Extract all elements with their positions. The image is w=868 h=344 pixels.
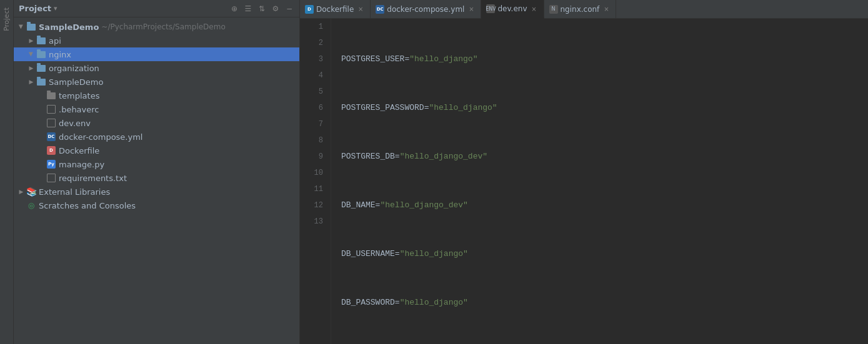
tree-arrow-organization: ▶ — [26, 63, 36, 73]
tab-close-nginxconf[interactable]: × — [602, 5, 611, 14]
tree-label-templates: templates — [59, 91, 99, 101]
tree-item-devenv[interactable]: ▶ dev.env — [14, 116, 299, 130]
tree-item-requirements[interactable]: ▶ requirements.txt — [14, 171, 299, 185]
icon-external-libraries: 📚 — [26, 187, 36, 197]
tree-arrow-external-libraries: ▶ — [16, 187, 26, 197]
folder-icon-organization — [36, 63, 46, 73]
tree-arrow-sampledemo-sub: ▶ — [26, 77, 36, 87]
sidebar: Project ▾ ⊕ ☰ ⇅ ⚙ − ▶ SampleDemo ~/Pycha… — [14, 0, 300, 344]
tab-label-nginxconf: nginx.conf — [561, 5, 600, 14]
tab-label-dockerfile: Dockerfile — [316, 5, 354, 14]
line-num-9: 9 — [300, 149, 323, 165]
line-num-6: 6 — [300, 100, 323, 116]
tab-icon-dockerfile: D — [305, 5, 314, 14]
tree-label-devenv: dev.env — [59, 119, 91, 128]
tree-item-sampledemo-root[interactable]: ▶ SampleDemo ~/PycharmProjects/SampleDem… — [14, 20, 299, 34]
tab-dev-env[interactable]: ENV dev.env × — [481, 0, 544, 19]
line-num-7: 7 — [300, 116, 323, 132]
code-line-5: DB_USERNAME="hello_django" — [341, 246, 858, 262]
tree-label-organization: organization — [49, 64, 99, 73]
file-icon-devenv — [46, 118, 56, 128]
tree-item-managepy[interactable]: ▶ Py manage.py — [14, 157, 299, 171]
sidebar-content: ▶ SampleDemo ~/PycharmProjects/SampleDem… — [14, 17, 299, 344]
tab-docker-compose[interactable]: DC docker-compose.yml × — [371, 0, 481, 18]
tree-label-nginx: nginx — [49, 50, 71, 59]
tree-item-scratches[interactable]: ▶ Scratches and Consoles — [14, 199, 299, 212]
icon-scratches — [26, 200, 36, 210]
minimize-icon[interactable]: − — [284, 4, 294, 14]
tree-arrow-sampledemo-root: ▶ — [16, 22, 26, 32]
file-icon-dockercompose: DC — [46, 132, 56, 142]
tab-close-devenv[interactable]: × — [530, 4, 539, 13]
gear-icon[interactable]: ⚙ — [271, 4, 281, 14]
line-num-11: 11 — [300, 181, 323, 197]
sidebar-title: Project — [19, 4, 51, 13]
file-icon-dockerfile: D — [46, 145, 56, 155]
line-num-2: 2 — [300, 35, 323, 51]
tree-label-api: api — [49, 36, 61, 46]
sidebar-dropdown-arrow[interactable]: ▾ — [54, 4, 57, 12]
tree-label-sampledemo-sub: SampleDemo — [49, 77, 103, 87]
tree-item-sampledemo-sub[interactable]: ▶ SampleDemo — [14, 75, 299, 89]
file-icon-behaverc — [46, 104, 56, 114]
line-num-1: 1 — [300, 19, 323, 35]
code-content[interactable]: POSTGRES_USER="hello_django" POSTGRES_PA… — [331, 19, 868, 344]
tab-icon-devenv: ENV — [486, 4, 495, 13]
folder-icon-sampledemo — [26, 22, 36, 32]
tree-item-nginx[interactable]: ▶ nginx — [14, 47, 299, 61]
file-icon-requirements — [46, 173, 56, 183]
tree-label-scratches: Scratches and Consoles — [39, 201, 136, 210]
tab-label-dockercompose: docker-compose.yml — [387, 5, 464, 14]
tree-label-managepy: manage.py — [59, 160, 104, 169]
code-editor[interactable]: 1 2 3 4 5 6 7 8 9 10 11 12 13 POSTGRES_U… — [300, 19, 868, 344]
line-num-5: 5 — [300, 84, 323, 100]
editor-area: D Dockerfile × DC docker-compose.yml × E… — [300, 0, 868, 344]
tree-label-external-libraries: External Libraries — [39, 187, 110, 197]
line-num-3: 3 — [300, 51, 323, 67]
code-line-4: DB_NAME="hello_django_dev" — [341, 197, 858, 214]
code-line-2: POSTGRES_PASSWORD="hello_django" — [341, 100, 858, 116]
folder-icon-sampledemo-sub — [36, 77, 46, 87]
tab-dockerfile[interactable]: D Dockerfile × — [300, 0, 371, 18]
tree-label-requirements: requirements.txt — [59, 174, 127, 183]
tree-item-organization[interactable]: ▶ organization — [14, 61, 299, 75]
tree-item-behaverc[interactable]: ▶ .behaverc — [14, 102, 299, 116]
tree-label-dockerfile: Dockerfile — [59, 146, 99, 155]
tab-icon-dockercompose: DC — [376, 5, 384, 14]
folder-icon-nginx — [36, 49, 46, 59]
list-icon[interactable]: ☰ — [243, 4, 253, 14]
sidebar-header-icons: ⊕ ☰ ⇅ ⚙ − — [229, 4, 294, 14]
tab-bar: D Dockerfile × DC docker-compose.yml × E… — [300, 0, 868, 19]
sidebar-header: Project ▾ ⊕ ☰ ⇅ ⚙ − — [14, 0, 299, 17]
code-line-1: POSTGRES_USER="hello_django" — [341, 51, 858, 67]
folder-icon-templates — [46, 91, 56, 101]
split-icon[interactable]: ⇅ — [257, 4, 267, 14]
tree-arrow-api: ▶ — [26, 36, 36, 46]
line-num-4: 4 — [300, 67, 323, 84]
vertical-toolbar: Project — [0, 0, 14, 344]
tab-nginx-conf[interactable]: N nginx.conf × — [544, 0, 617, 18]
line-num-10: 10 — [300, 165, 323, 181]
sidebar-header-left: Project ▾ — [19, 4, 57, 13]
line-numbers: 1 2 3 4 5 6 7 8 9 10 11 12 13 — [300, 19, 331, 344]
file-icon-managepy: Py — [46, 159, 56, 169]
tree-arrow-nginx: ▶ — [26, 49, 36, 59]
line-num-12: 12 — [300, 197, 323, 214]
tree-label-behaverc: .behaverc — [59, 105, 99, 114]
folder-icon-api — [36, 36, 46, 46]
code-line-6: DB_PASSWORD="hello_django" — [341, 295, 858, 311]
globe-icon[interactable]: ⊕ — [229, 4, 239, 14]
code-line-3: POSTGRES_DB="hello_django_dev" — [341, 149, 858, 165]
line-num-13: 13 — [300, 214, 323, 230]
tree-item-dockercompose[interactable]: ▶ DC docker-compose.yml — [14, 130, 299, 144]
line-num-8: 8 — [300, 132, 323, 149]
tab-close-dockercompose[interactable]: × — [467, 5, 476, 14]
tree-item-dockerfile[interactable]: ▶ D Dockerfile — [14, 144, 299, 157]
tree-label-dockercompose: docker-compose.yml — [59, 132, 142, 142]
tree-item-api[interactable]: ▶ api — [14, 34, 299, 47]
vertical-toolbar-label: Project — [2, 7, 11, 31]
tree-item-external-libraries[interactable]: ▶ 📚 External Libraries — [14, 185, 299, 199]
tree-item-templates[interactable]: ▶ templates — [14, 89, 299, 102]
tab-close-dockerfile[interactable]: × — [356, 5, 365, 14]
tree-label-sampledemo: SampleDemo — [39, 22, 99, 32]
